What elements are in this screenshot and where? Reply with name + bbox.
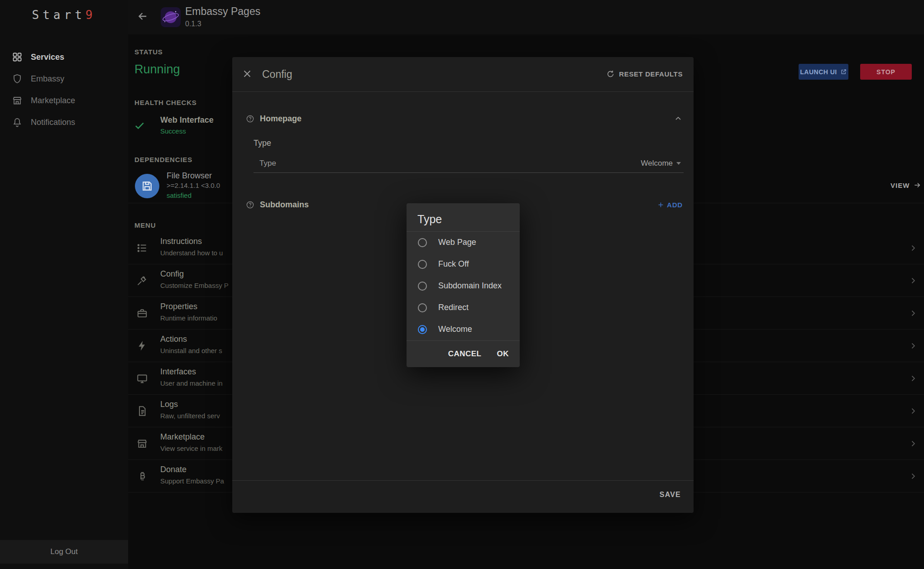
- subdomains-section-label: Subdomains: [260, 200, 309, 210]
- checkmark-icon: [134, 120, 145, 131]
- radio-option-fuck-off[interactable]: Fuck Off: [407, 253, 520, 275]
- type-select-field[interactable]: Type Welcome: [254, 154, 684, 173]
- menu-item-title: Logs: [160, 400, 178, 409]
- menu-item-title: Donate: [160, 465, 187, 474]
- close-icon[interactable]: [241, 68, 255, 81]
- cancel-button[interactable]: CANCEL: [448, 349, 482, 359]
- dependency-view-link[interactable]: VIEW: [890, 181, 921, 189]
- menu-item-description: Understand how to u: [160, 249, 223, 257]
- back-arrow-icon[interactable]: [136, 10, 151, 24]
- type-option-list: Web Page Fuck Off Subdomain Index Redire…: [407, 232, 520, 340]
- radio-option-web-page[interactable]: Web Page: [407, 232, 520, 253]
- sidebar-item-notifications[interactable]: Notifications: [0, 111, 128, 133]
- tools-icon: [136, 275, 148, 287]
- chevron-right-icon: [909, 309, 918, 318]
- chevron-right-icon: [909, 374, 918, 383]
- save-button[interactable]: SAVE: [660, 491, 681, 499]
- config-modal-footer: SAVE: [232, 480, 694, 513]
- sidebar-item-label: Embassy: [31, 74, 64, 84]
- type-dialog-title: Type: [417, 213, 442, 226]
- grid-icon: [12, 52, 23, 62]
- sidebar-item-services[interactable]: Services: [0, 46, 128, 68]
- monitor-icon: [136, 373, 148, 384]
- health-check-result: Success: [160, 127, 186, 135]
- logo-text: Start: [32, 8, 86, 22]
- service-version: 0.1.3: [185, 20, 201, 28]
- reset-defaults-button[interactable]: RESET DEFAULTS: [606, 70, 683, 78]
- add-label: ADD: [667, 201, 683, 209]
- dependency-name: File Browser: [167, 171, 212, 181]
- stop-label: STOP: [876, 68, 895, 76]
- radio-option-label: Fuck Off: [438, 259, 469, 269]
- type-dialog: Type Web Page Fuck Off Subdomain Index R…: [407, 203, 520, 367]
- menu-item-description: Customize Embassy P: [160, 282, 229, 289]
- menu-item-description: Runtime informatio: [160, 314, 217, 322]
- sidebar-item-label: Services: [31, 53, 64, 62]
- radio-button[interactable]: [418, 303, 427, 312]
- radio-option-label: Welcome: [438, 325, 472, 334]
- screen: Start9 Services Embassy Marketplace: [0, 0, 924, 569]
- type-field-label: Type: [254, 159, 276, 168]
- shield-icon: [12, 73, 23, 84]
- config-modal-header: Config RESET DEFAULTS: [232, 57, 694, 92]
- stop-button[interactable]: STOP: [860, 64, 912, 80]
- help-circle-icon: [246, 115, 254, 123]
- radio-option-label: Web Page: [438, 238, 476, 247]
- radio-button[interactable]: [418, 325, 427, 334]
- chevron-up-icon[interactable]: [674, 114, 683, 123]
- menu-item-title: Actions: [160, 335, 187, 344]
- homepage-section-label: Homepage: [260, 114, 302, 124]
- menu-item-title: Config: [160, 269, 184, 279]
- file-browser-icon: [135, 174, 159, 198]
- type-field-value: Welcome: [641, 159, 673, 168]
- launch-ui-button[interactable]: LAUNCH UI: [799, 64, 848, 80]
- storefront-icon: [136, 438, 148, 449]
- sidebar-item-marketplace[interactable]: Marketplace: [0, 90, 128, 111]
- radio-button[interactable]: [418, 260, 427, 269]
- chevron-right-icon: [909, 276, 918, 285]
- chevron-right-icon: [909, 472, 918, 481]
- storefront-icon: [12, 95, 23, 106]
- refresh-icon: [606, 70, 615, 78]
- sidebar-item-embassy[interactable]: Embassy: [0, 68, 128, 90]
- menu-item-title: Marketplace: [160, 432, 205, 442]
- type-group-label: Type: [254, 139, 271, 148]
- arrow-forward-icon: [913, 181, 921, 189]
- radio-button[interactable]: [418, 282, 427, 291]
- help-circle-icon: [246, 201, 254, 209]
- dependency-version: >=2.14.1.1 <3.0.0: [167, 182, 220, 189]
- plus-icon: [657, 201, 665, 209]
- briefcase-icon: [136, 307, 148, 319]
- service-title: Embassy Pages: [185, 5, 260, 18]
- external-link-icon: [840, 68, 847, 75]
- menu-item-description: Uninstall and other s: [160, 347, 222, 354]
- add-subdomain-button[interactable]: ADD: [657, 201, 683, 209]
- logout-button[interactable]: Log Out: [0, 540, 128, 564]
- radio-button[interactable]: [418, 238, 427, 247]
- sidebar-nav: Services Embassy Marketplace Notificatio…: [0, 46, 128, 133]
- bitcoin-icon: [136, 470, 148, 482]
- sidebar-item-label: Marketplace: [31, 96, 75, 105]
- menu-item-title: Interfaces: [160, 367, 196, 377]
- menu-section-label: MENU: [134, 221, 156, 229]
- bell-icon: [12, 117, 23, 128]
- config-modal-title: Config: [262, 68, 292, 81]
- radio-option-subdomain-index[interactable]: Subdomain Index: [407, 275, 520, 297]
- menu-item-title: Properties: [160, 302, 197, 311]
- chevron-right-icon: [909, 406, 918, 416]
- radio-option-welcome[interactable]: Welcome: [407, 319, 520, 340]
- menu-item-description: Raw, unfiltered serv: [160, 412, 220, 420]
- lightning-icon: [136, 340, 148, 352]
- radio-option-redirect[interactable]: Redirect: [407, 297, 520, 319]
- radio-option-label: Subdomain Index: [438, 281, 502, 291]
- chevron-right-icon: [909, 439, 918, 448]
- view-label: VIEW: [890, 182, 910, 189]
- ok-button[interactable]: OK: [497, 349, 509, 359]
- start9-logo: Start9: [0, 8, 128, 22]
- homepage-section-header[interactable]: Homepage: [246, 111, 683, 126]
- type-dialog-buttons: CANCEL OK: [407, 340, 520, 367]
- logo-accent: 9: [86, 8, 96, 22]
- menu-item-description: User and machine in: [160, 379, 223, 387]
- caret-down-icon: [676, 162, 681, 165]
- sidebar-item-label: Notifications: [31, 118, 75, 127]
